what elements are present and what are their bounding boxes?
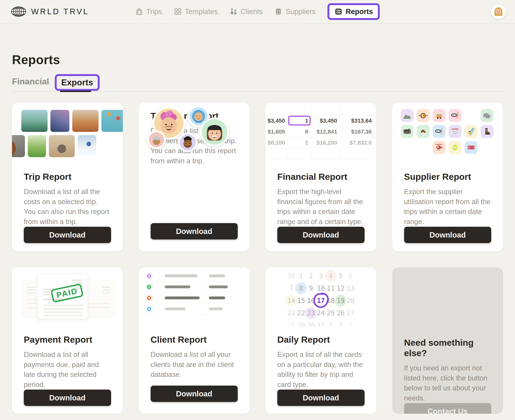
card-contact: Need something else? If you need an expo… bbox=[392, 267, 503, 414]
calendar-day-number: 2 bbox=[339, 322, 343, 327]
boot-icon bbox=[481, 125, 493, 138]
mountain-icon bbox=[401, 109, 414, 122]
card-title: Supplier Report bbox=[404, 172, 492, 182]
calendar-day-number: 3 bbox=[319, 272, 323, 280]
nav-item-clients[interactable]: Clients bbox=[230, 8, 263, 16]
download-button-traveller[interactable]: Download bbox=[151, 223, 238, 240]
calendar-day-number: 19 bbox=[337, 297, 345, 304]
calendar-day-number: 1 bbox=[329, 322, 333, 327]
card-supplier-report: HADMITONE Supplier Report Export the sup… bbox=[392, 103, 503, 251]
calendar-day: 3 bbox=[316, 270, 326, 282]
client-ring-avatar bbox=[146, 272, 153, 279]
spreadsheet-cell bbox=[375, 115, 376, 126]
bus-icon bbox=[433, 109, 446, 122]
download-button-client[interactable]: Download bbox=[151, 386, 238, 402]
card-payment-report: PAID Payment Report Download a list of a… bbox=[12, 267, 123, 414]
calendar-preview: 3012345678910111213141516171819202122232… bbox=[286, 270, 355, 326]
nav-item-label: Trips bbox=[146, 8, 162, 16]
client-ring-avatar bbox=[146, 306, 153, 312]
card-traveller-report: Traveller Report Download a list of all … bbox=[139, 103, 250, 251]
calendar-day: 31 bbox=[316, 319, 326, 326]
contact-preview-empty bbox=[392, 267, 503, 326]
download-button-financial[interactable]: Download bbox=[277, 227, 365, 243]
calendar-day: 19 bbox=[336, 294, 346, 307]
tab-exports[interactable]: Exports bbox=[61, 77, 93, 87]
calendar-day-number: 31 bbox=[317, 322, 325, 327]
calendar-day: 8 bbox=[296, 282, 306, 294]
calendar-day-number: 2 bbox=[309, 272, 313, 280]
ring-icon bbox=[147, 274, 151, 278]
download-button-trip[interactable]: Download bbox=[24, 227, 111, 243]
client-value-bar bbox=[209, 308, 223, 310]
nav-item-suppliers[interactable]: Suppliers bbox=[274, 8, 315, 16]
supplier-tile-empty bbox=[417, 141, 430, 154]
calendar-day-number: 5 bbox=[339, 272, 343, 280]
nav-item-templates[interactable]: Templates bbox=[174, 8, 218, 16]
card-title: Client Report bbox=[151, 334, 238, 345]
calendar-day: 15 bbox=[296, 294, 306, 307]
calendar-day-number: 13 bbox=[346, 285, 354, 292]
brand-logo[interactable]: WRLD TRVL bbox=[11, 6, 89, 17]
svg-text:ADMIT: ADMIT bbox=[470, 146, 474, 148]
client-list-row bbox=[139, 292, 250, 303]
spreadsheet-cell bbox=[311, 148, 340, 159]
calendar-day: 22 bbox=[296, 307, 306, 319]
calendar-day: 2 bbox=[336, 319, 346, 326]
client-list-row bbox=[139, 303, 250, 315]
card-description: Export the high-level financial figures … bbox=[277, 187, 365, 227]
download-button-supplier[interactable]: Download bbox=[404, 227, 492, 243]
globe-icon bbox=[11, 6, 27, 17]
card-title: Payment Report bbox=[24, 334, 111, 345]
download-button-payment[interactable]: Download bbox=[24, 390, 111, 406]
calendar-day-number: 18 bbox=[327, 297, 335, 304]
client-name-bar bbox=[165, 274, 197, 277]
client-name-bar bbox=[165, 308, 186, 310]
download-button-daily[interactable]: Download bbox=[277, 390, 365, 406]
ring-icon bbox=[147, 307, 151, 311]
spreadsheet-header-row bbox=[265, 103, 376, 115]
card-title: Trip Report bbox=[24, 172, 111, 182]
calendar-day: 28 bbox=[286, 319, 296, 326]
client-name-bar bbox=[165, 285, 190, 288]
calendar-day: 3 bbox=[346, 319, 355, 326]
card-trip-report: Trip Report Download a list of all the c… bbox=[12, 103, 123, 251]
calendar-day-number: 12 bbox=[337, 285, 345, 292]
annotation-box-exports: Exports bbox=[55, 74, 100, 91]
card-description: Export a list of all the cards on a part… bbox=[277, 350, 365, 390]
nav-item-trips[interactable]: Trips bbox=[135, 8, 162, 16]
card-title: Daily Report bbox=[277, 334, 365, 345]
calendar-day-number: 4 bbox=[329, 272, 333, 280]
photo-row bbox=[21, 110, 123, 132]
photo-balloons bbox=[101, 110, 123, 132]
calendar-day-number: 24 bbox=[317, 309, 325, 317]
calendar-day-number: 27 bbox=[346, 309, 354, 317]
spreadsheet-cell bbox=[340, 103, 375, 115]
spreadsheet-cell bbox=[375, 148, 376, 159]
payment-report-preview: PAID bbox=[12, 267, 123, 326]
supplier-report-preview: HADMITONE bbox=[392, 103, 503, 164]
spreadsheet-cell bbox=[265, 148, 288, 159]
calendar-day-number: 15 bbox=[297, 297, 305, 304]
spreadsheet-cell bbox=[375, 103, 376, 115]
snorkel-icon bbox=[449, 109, 461, 122]
calendar-day: 20 bbox=[346, 294, 355, 307]
svg-text:ONE: ONE bbox=[470, 148, 473, 149]
spreadsheet-cell: $12,841 bbox=[311, 126, 340, 137]
calendar-day: 26 bbox=[336, 307, 346, 319]
card-client-report: Client Report Download a list of all you… bbox=[139, 267, 250, 414]
spreadsheet-cell: $3,450 bbox=[311, 115, 340, 126]
tab-financial[interactable]: Financial bbox=[12, 77, 49, 86]
photo-orangutan bbox=[12, 135, 25, 157]
card-description: Download a list of all your clients that… bbox=[151, 350, 238, 380]
nav-item-reports[interactable]: Reports bbox=[328, 3, 380, 20]
spreadsheet-cell bbox=[288, 148, 311, 159]
calendar-day: 4 bbox=[326, 270, 336, 282]
user-avatar[interactable] bbox=[491, 4, 506, 19]
traveller-avatar-beanie bbox=[147, 130, 166, 149]
calendar-day-number: 21 bbox=[287, 309, 295, 317]
contact-us-button[interactable]: Contact Us bbox=[404, 403, 492, 414]
calendar-day: 21 bbox=[286, 307, 296, 319]
nav-item-label: Clients bbox=[241, 8, 263, 16]
calendar-day-number: 30 bbox=[287, 272, 295, 280]
photo-skier bbox=[77, 135, 96, 157]
